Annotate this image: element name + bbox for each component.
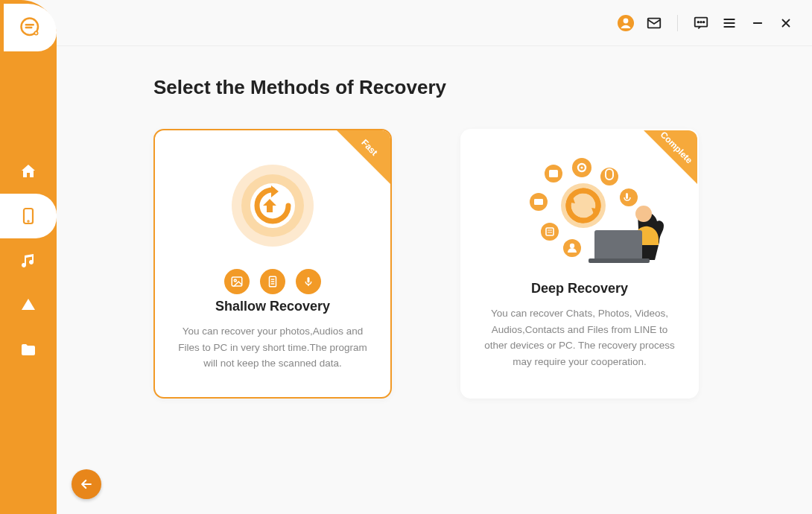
page-title: Select the Methods of Recovery	[153, 76, 767, 99]
svg-point-31	[570, 244, 574, 248]
svg-rect-29	[626, 193, 628, 199]
shallow-desc: You can recover your photos,Audios and F…	[173, 323, 372, 372]
sidebar	[0, 0, 57, 514]
svg-rect-17	[308, 277, 310, 283]
svg-rect-25	[549, 170, 558, 177]
shallow-title: Shallow Recovery	[173, 299, 372, 314]
svg-point-9	[700, 21, 702, 22]
sidebar-item-music[interactable]	[0, 238, 57, 283]
svg-point-20	[600, 168, 618, 185]
audio-icon	[296, 269, 321, 294]
svg-rect-28	[534, 199, 543, 205]
svg-point-3	[28, 220, 28, 221]
sidebar-item-device[interactable]	[0, 194, 57, 238]
svg-point-10	[703, 21, 705, 22]
close-button[interactable]	[776, 13, 796, 33]
mail-icon[interactable]	[644, 13, 664, 33]
svg-point-15	[234, 279, 236, 282]
sidebar-item-cloud[interactable]	[0, 283, 57, 328]
svg-point-27	[580, 166, 583, 168]
svg-rect-34	[594, 230, 642, 260]
topbar-divider	[677, 15, 678, 31]
menu-icon[interactable]	[720, 13, 739, 33]
back-button[interactable]	[72, 469, 101, 499]
svg-point-8	[698, 21, 700, 22]
svg-point-23	[541, 223, 559, 241]
main-content: Select the Methods of Recovery Fast	[57, 46, 812, 514]
deep-title: Deep Recovery	[480, 281, 679, 296]
svg-rect-14	[232, 277, 242, 286]
photo-icon	[224, 269, 250, 294]
svg-point-33	[635, 206, 652, 222]
user-icon[interactable]	[616, 13, 635, 33]
svg-point-22	[620, 188, 638, 206]
shallow-badges	[173, 269, 372, 294]
sidebar-item-folder[interactable]	[0, 328, 57, 372]
sidebar-item-home[interactable]	[0, 149, 57, 194]
deep-recovery-card[interactable]: Complete	[460, 129, 699, 399]
deep-desc: You can recover Chats, Photos, Videos, A…	[480, 305, 679, 369]
minimize-button[interactable]	[748, 13, 767, 33]
shallow-recovery-card[interactable]: Fast Shallow R	[153, 129, 392, 399]
method-cards: Fast Shallow R	[153, 129, 767, 399]
file-icon	[260, 269, 285, 294]
svg-rect-35	[589, 258, 650, 263]
app-logo	[4, 4, 57, 51]
topbar	[57, 0, 812, 46]
app-window: Select the Methods of Recovery Fast	[0, 0, 812, 514]
feedback-icon[interactable]	[691, 13, 711, 33]
svg-point-5	[624, 18, 629, 23]
